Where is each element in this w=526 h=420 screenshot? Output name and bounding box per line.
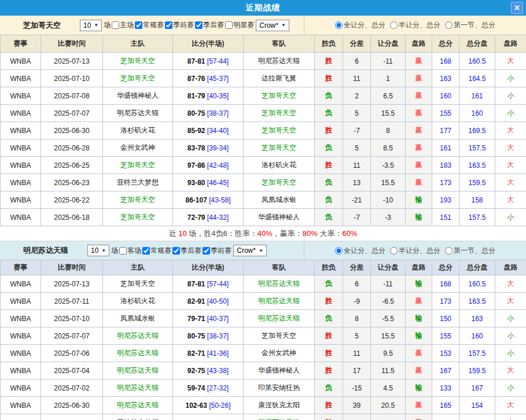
odds-type-radio-group: 全让分、总分半让分、总分第一节、总分	[304, 16, 526, 35]
cell-league: WNBA	[1, 380, 41, 397]
cell-total-line: 157.5	[459, 209, 495, 226]
odds-type-radio[interactable]: 半让分、总分	[390, 20, 440, 30]
filter-checkbox[interactable]: 主场	[111, 20, 134, 30]
cell-over-under: 小	[495, 105, 526, 122]
cell-handicap-line: -3	[371, 209, 406, 226]
cell-total-points: 183	[432, 157, 459, 174]
column-header: 客队	[244, 35, 315, 53]
cell-home-team: 明尼苏达天猫	[103, 105, 173, 122]
games-count-select[interactable]: 10▼	[80, 20, 102, 31]
cell-away-team: 芝加哥天空	[244, 105, 315, 122]
cell-away-team: 洛杉矶火花	[244, 157, 315, 174]
cell-total-points: 153	[432, 345, 459, 362]
cell-away-team: 达拉斯飞翼	[244, 70, 315, 87]
cell-date: 2025-06-28	[41, 139, 103, 157]
cell-point-diff: 13	[343, 174, 371, 191]
odds-type-radio[interactable]: 全让分、总分	[335, 246, 385, 256]
cell-over-under: 大	[495, 397, 526, 414]
filter-checkbox[interactable]: 季后赛	[194, 20, 224, 30]
full-score: 81-79	[187, 92, 205, 100]
filter-checkbox[interactable]: 常规赛	[141, 246, 171, 256]
table-row: WNBA 2025-07-04 明尼苏达天猫 92-75 [43-38] 华盛顿…	[1, 362, 526, 380]
cell-home-team: 芝加哥天空	[103, 191, 173, 209]
close-button[interactable]: ✕	[511, 2, 523, 14]
odds-type-radio[interactable]: 全让分、总分	[335, 20, 385, 30]
games-count-select[interactable]: 10▼	[87, 245, 109, 256]
radio-input[interactable]	[390, 247, 398, 255]
cell-score: 81-79 [40-35]	[173, 87, 244, 105]
cell-league: WNBA	[1, 327, 41, 345]
filter-checkbox[interactable]: 季后赛	[171, 246, 201, 256]
checkbox-input[interactable]	[165, 21, 172, 29]
summary-line: 近 10 场，胜4负6：胜率：40%，赢率：80% 大率：60%	[0, 226, 526, 241]
cell-home-team: 凤凰城水银	[103, 310, 173, 327]
cell-point-diff: 11	[343, 157, 371, 174]
cell-handicap-result: 输	[406, 275, 432, 293]
cell-home-team: 华盛顿神秘人	[103, 87, 173, 105]
half-score: [41-36]	[207, 349, 229, 358]
cell-home-team: 芝加哥天空	[103, 275, 173, 293]
checkbox-input[interactable]	[203, 247, 210, 255]
filter-checkbox[interactable]: 常规赛	[134, 20, 164, 30]
table-row: WNBA 2025-06-28 亚特兰大梦想 92-96 [47-52] 明尼苏…	[1, 414, 526, 420]
full-score: 72-79	[187, 213, 205, 222]
filter-checkbox[interactable]: 季前赛	[164, 20, 194, 30]
odds-type-radio[interactable]: 第一节、总分	[445, 20, 495, 30]
chevron-down-icon: ▼	[281, 23, 286, 28]
full-score: 80-75	[187, 332, 205, 340]
cell-win-loss: 胜	[315, 157, 343, 174]
cell-league: WNBA	[1, 70, 41, 87]
cell-score: 87-81 [57-44]	[173, 53, 244, 70]
cell-handicap-result: 输	[406, 380, 432, 397]
cell-total-points: 161	[432, 139, 459, 157]
cell-win-loss: 负	[315, 174, 343, 191]
column-header: 总分	[432, 35, 459, 53]
cell-date: 2025-06-30	[41, 397, 103, 414]
cell-point-diff: 6	[343, 53, 371, 70]
filter-checkbox[interactable]: 客场	[118, 246, 141, 256]
cell-handicap-line: 8.5	[371, 139, 406, 157]
radio-input[interactable]	[335, 247, 343, 255]
table-row: WNBA 2025-06-25 芝加哥天空 97-86 [42-48] 洛杉矶火…	[1, 157, 526, 174]
cell-home-team: 亚特兰大梦想	[103, 414, 173, 420]
column-header: 赛事	[1, 260, 41, 275]
column-header: 盘路	[406, 260, 432, 275]
cell-win-loss: 胜	[315, 362, 343, 380]
cell-handicap-result: 输	[406, 191, 432, 209]
cell-handicap-line: 1	[371, 70, 406, 87]
radio-input[interactable]	[445, 247, 453, 255]
checkbox-input[interactable]	[225, 21, 233, 29]
filter-checkbox[interactable]: 季前赛	[201, 246, 231, 256]
cell-score: 102-63 [50-26]	[173, 397, 244, 414]
table-row: WNBA 2025-06-18 芝加哥天空 72-79 [44-32] 华盛顿神…	[1, 209, 526, 226]
checkbox-input[interactable]	[135, 21, 142, 29]
player-filter-select[interactable]: Crow*▼	[233, 245, 267, 256]
cell-date: 2025-07-10	[41, 310, 103, 327]
cell-score: 59-74 [27-32]	[173, 380, 244, 397]
games-count-value: 10	[83, 21, 91, 30]
radio-input[interactable]	[335, 21, 343, 29]
checkbox-input[interactable]	[142, 247, 150, 255]
odds-type-radio[interactable]: 第一节、总分	[445, 246, 495, 256]
cell-home-team: 芝加哥天空	[103, 70, 173, 87]
cell-league: WNBA	[1, 53, 41, 70]
cell-away-team: 金州女武神	[244, 345, 315, 362]
cell-point-diff: 5	[343, 139, 371, 157]
odds-type-radio[interactable]: 半让分、总分	[390, 246, 440, 256]
radio-input[interactable]	[390, 21, 398, 29]
checkbox-input[interactable]	[119, 247, 127, 255]
half-score: [50-26]	[209, 401, 230, 410]
player-filter-select[interactable]: Crow*▼	[256, 20, 289, 31]
checkbox-input[interactable]	[112, 21, 119, 29]
cell-win-loss: 负	[315, 380, 343, 397]
cell-win-loss: 负	[315, 191, 343, 209]
cell-score: 79-71 [40-37]	[173, 310, 244, 327]
table-row: WNBA 2025-07-10 凤凰城水银 79-71 [40-37] 明尼苏达…	[1, 310, 526, 327]
radio-input[interactable]	[445, 21, 453, 29]
filter-checkbox[interactable]: 明星赛	[224, 20, 254, 30]
checkbox-input[interactable]	[195, 21, 203, 29]
half-score: [57-44]	[207, 57, 229, 65]
full-score: 59-74	[187, 384, 205, 392]
checkbox-input[interactable]	[172, 247, 180, 255]
cell-home-team: 芝加哥天空	[103, 157, 173, 174]
